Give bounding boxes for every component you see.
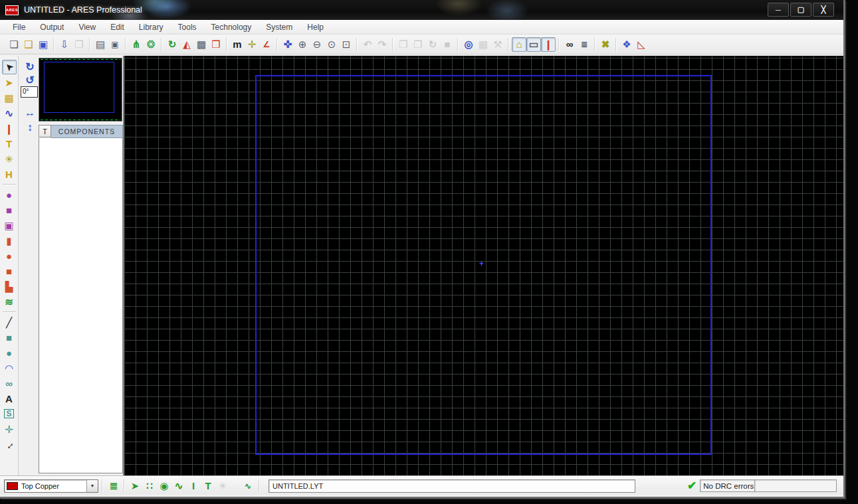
redraw-icon[interactable]: ↻ xyxy=(165,37,179,52)
mark-output-area-icon[interactable]: ▣ xyxy=(108,37,122,52)
separator xyxy=(3,311,16,313)
line-tool[interactable]: ╱ xyxy=(2,315,17,329)
flip-vertical-button[interactable]: ↕ xyxy=(23,121,37,134)
undo-icon[interactable]: ↶ xyxy=(360,37,375,52)
origin-marker: + xyxy=(479,260,484,268)
metric-toggle-icon[interactable]: m xyxy=(230,37,245,52)
menu-item[interactable]: Technology xyxy=(204,21,259,33)
auto-router-icon[interactable]: ✖ xyxy=(598,37,613,52)
menu-item[interactable]: Tools xyxy=(171,21,204,33)
save-document-icon[interactable]: ▣ xyxy=(36,37,51,52)
text-tool[interactable]: A xyxy=(2,391,17,406)
menu-item[interactable]: View xyxy=(71,21,103,33)
layer-selector-dropdown[interactable]: Top Copper ▼ xyxy=(4,479,98,493)
zoom-in-icon[interactable]: ⊕ xyxy=(295,37,310,52)
rotate-anticlockwise-button[interactable]: ↺ xyxy=(23,73,37,86)
arc-tool[interactable]: ◠ xyxy=(2,361,17,375)
toggle-list-button[interactable]: T xyxy=(39,125,51,137)
board-preview-window[interactable] xyxy=(39,58,122,122)
padstack-tool[interactable]: ≋ xyxy=(2,294,17,309)
menu-item[interactable]: Output xyxy=(33,21,71,33)
filter-zone-icon[interactable]: T xyxy=(201,479,215,493)
block-delete-icon[interactable]: ■ xyxy=(440,37,455,52)
chevron-down-icon[interactable]: ▼ xyxy=(86,480,98,492)
flip-horizontal-button[interactable]: ↔ xyxy=(23,106,37,120)
filename-field: UNTITLED.LYT xyxy=(268,479,635,493)
rotate-clockwise-button[interactable]: ↻ xyxy=(23,60,37,73)
menu-item[interactable]: System xyxy=(259,21,300,33)
smt-square-pad-tool[interactable]: ■ xyxy=(2,264,17,278)
minimize-button[interactable]: ─ xyxy=(768,3,789,17)
dil-pad-tool[interactable]: ▣ xyxy=(2,218,17,232)
ratsnest-tool[interactable]: ✳ xyxy=(2,151,17,166)
selection-tool[interactable]: ➤ xyxy=(2,60,17,74)
filter-via-icon[interactable]: ◉ xyxy=(157,479,171,493)
package-placement-tool[interactable]: ▦ xyxy=(2,90,17,105)
via-placement-tool[interactable]: ❙ xyxy=(2,121,17,135)
world-view-icon[interactable]: ❂ xyxy=(144,37,158,52)
menu-item[interactable]: File xyxy=(5,21,33,33)
block-rotate-icon[interactable]: ↻ xyxy=(425,37,440,52)
round-pad-tool[interactable]: ● xyxy=(2,187,17,202)
print-icon[interactable]: ▤ xyxy=(93,37,108,52)
menu-item[interactable]: Help xyxy=(300,21,331,33)
filter-ratsnest-icon[interactable]: ✳ xyxy=(215,479,230,493)
zone-placement-tool[interactable]: T xyxy=(2,136,17,151)
design-rule-manager-icon[interactable]: ❖ xyxy=(619,37,634,52)
pan-icon[interactable]: ✜ xyxy=(280,37,295,52)
grid-toggle-icon[interactable]: ▩ xyxy=(194,37,209,52)
marker-tool[interactable]: ✛ xyxy=(2,422,17,436)
layer-stack-icon[interactable]: ≣ xyxy=(106,479,121,493)
component-placement-tool[interactable]: ➤ xyxy=(2,75,17,90)
open-document-icon[interactable]: ❑ xyxy=(21,37,36,52)
symbol-tool[interactable]: S xyxy=(2,406,17,421)
make-package-icon[interactable]: ▦ xyxy=(476,37,490,52)
filter-track-icon[interactable]: ∿ xyxy=(171,479,186,493)
pcb-canvas[interactable]: + xyxy=(124,56,843,476)
menu-item[interactable]: Library xyxy=(132,21,171,33)
component-list-icon[interactable]: ≣ xyxy=(577,37,591,52)
close-button[interactable]: ╳ xyxy=(813,3,834,17)
layers-display-icon[interactable]: ❒ xyxy=(209,37,223,52)
import-region-icon[interactable]: ⇩ xyxy=(57,37,72,52)
export-region-icon[interactable]: ❐ xyxy=(72,37,86,52)
new-document-icon[interactable]: ❏ xyxy=(7,37,21,52)
zoom-out-icon[interactable]: ⊖ xyxy=(310,37,324,52)
compile-icon[interactable]: ⚒ xyxy=(490,37,505,52)
block-copy-icon[interactable]: ❐ xyxy=(396,37,411,52)
square-pad-tool[interactable]: ■ xyxy=(2,203,17,217)
dimension-tool[interactable]: ↔ xyxy=(2,437,17,452)
connectivity-highlight-tool[interactable]: H xyxy=(2,167,17,181)
smt-circle-pad-tool[interactable]: ● xyxy=(2,248,17,263)
filter-graphics-icon[interactable]: I xyxy=(186,479,201,493)
zoom-all-icon[interactable]: ⊙ xyxy=(324,37,339,52)
filter-component-icon[interactable]: ➤ xyxy=(128,479,142,493)
netlist-tree-icon[interactable]: ⋔ xyxy=(129,37,144,52)
origin-icon[interactable]: ✛ xyxy=(245,37,259,52)
redo-icon[interactable]: ↷ xyxy=(375,37,389,52)
via-toggle-icon[interactable]: ❙ xyxy=(541,37,556,52)
flip-layer-icon[interactable]: ◭ xyxy=(179,37,194,52)
smt-polygon-pad-tool[interactable]: ▙ xyxy=(2,279,17,294)
filter-pad-icon[interactable]: ∷ xyxy=(142,479,157,493)
zoom-area-icon[interactable]: ⊡ xyxy=(339,37,354,52)
pre-production-check-icon[interactable]: ◺ xyxy=(634,37,649,52)
menu-item[interactable]: Edit xyxy=(103,21,132,33)
block-move-icon[interactable]: ❒ xyxy=(411,37,425,52)
pick-parts-icon[interactable]: ◎ xyxy=(461,37,476,52)
preview-bottom-edge xyxy=(41,120,120,120)
components-list[interactable] xyxy=(39,138,123,473)
search-tag-icon[interactable]: ∞ xyxy=(562,37,577,52)
rotation-angle-field[interactable]: 0° xyxy=(21,86,38,98)
xy-coords-icon[interactable]: ∠ xyxy=(259,37,274,52)
track-placement-tool[interactable]: ∿ xyxy=(2,106,17,120)
trace-angle-lock-icon[interactable]: ⌂ xyxy=(512,37,526,52)
path-tool[interactable]: ∞ xyxy=(2,376,17,390)
selection-filter-icon[interactable]: ▭ xyxy=(526,37,541,52)
maximize-button[interactable]: ▢ xyxy=(790,3,811,17)
circle-tool[interactable]: ● xyxy=(2,345,17,360)
box-tool[interactable]: ■ xyxy=(2,330,17,345)
smt-rect-pad-tool[interactable]: ▮ xyxy=(2,233,17,248)
separator xyxy=(124,479,125,493)
auto-trace-icon[interactable]: ∿ xyxy=(241,479,255,493)
